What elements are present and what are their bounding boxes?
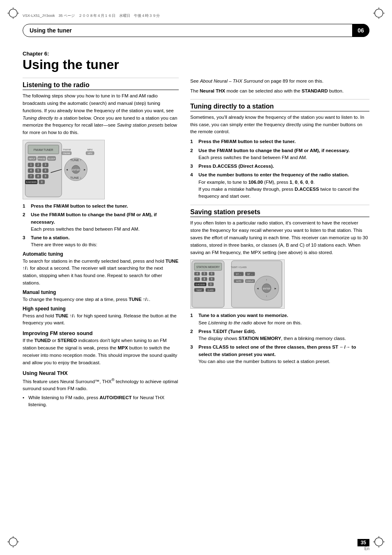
- two-column-layout: Listening to the radio The following ste…: [23, 78, 369, 409]
- svg-text:FM/AM: FM/AM: [63, 148, 71, 151]
- tuning-step-1: 1 Press the FM/AM button to select the t…: [190, 138, 369, 145]
- svg-text:9: 9: [45, 175, 46, 178]
- tuning-step-3: 3 Press D.ACCESS (Direct Access).: [190, 163, 369, 170]
- step-3-text: Tune to a station.There are three ways t…: [31, 234, 97, 249]
- svg-text:◄: ◄: [256, 287, 259, 290]
- neural-thx-heading: Using Neural THX: [23, 370, 179, 376]
- neural-thx-bullet: • While listening to FM radio, press AUT…: [23, 394, 179, 409]
- svg-text:ST ←: ST ←: [236, 273, 242, 275]
- step-1-num: 1: [23, 203, 29, 210]
- neural-thx-standard: The Neural THX mode can be selected also…: [190, 88, 369, 95]
- auto-tuning-text: To search for stations in the currently …: [23, 258, 179, 287]
- tuning-step-2: 2 Use the FM/AM button to change the ban…: [190, 147, 369, 162]
- step-3-num: 3: [23, 234, 29, 249]
- svg-text:5: 5: [204, 273, 205, 275]
- svg-text:FM/AM: FM/AM: [63, 152, 70, 155]
- saving-step-2-text: Press T.EDIT (Tuner Edit).The display sh…: [198, 328, 346, 342]
- corner-mark-bl: [7, 536, 19, 548]
- svg-text:0: 0: [41, 180, 43, 183]
- neural-thx-text: This feature uses Neural Surround™, THX®…: [23, 377, 179, 393]
- chapter-label: Chapter 6:: [23, 51, 369, 57]
- svg-text:AUTO: AUTO: [236, 280, 242, 282]
- tuning-step-4-num: 4: [190, 171, 197, 200]
- remote-control-image-left: FM/AM TUNER INPUT PHASE SLEEP 1 2 3: [23, 140, 105, 199]
- svg-text:◄: ◄: [65, 168, 68, 171]
- svg-point-5: [375, 9, 383, 17]
- svg-text:9: 9: [211, 278, 212, 280]
- svg-text:8: 8: [37, 175, 39, 178]
- svg-text:1: 1: [30, 163, 32, 166]
- tuning-directly-heading: Tuning directly to a station: [190, 103, 369, 111]
- remote-control-image-right: STATION MEMORY 4 5 6 7 8 9 D.ACCESS 0 T.…: [190, 259, 285, 309]
- svg-text:TUNE ↓: TUNE ↓: [70, 176, 82, 180]
- svg-text:►: ►: [83, 168, 86, 171]
- header-bar: Using the tuner: [23, 24, 369, 37]
- fm-stereo-text: If the TUNED or STEREO indicators don't …: [23, 337, 179, 366]
- svg-text:ST →: ST →: [247, 273, 253, 275]
- svg-text:4: 4: [30, 169, 32, 172]
- svg-text:8: 8: [204, 278, 205, 280]
- header-title: Using the tuner: [30, 27, 72, 34]
- tuning-step-1-num: 1: [190, 138, 197, 145]
- right-column: See About Neural – THX Surround on page …: [190, 78, 369, 409]
- saving-heading: Saving station presets: [190, 208, 369, 217]
- svg-text:6: 6: [45, 169, 46, 172]
- fm-stereo-heading: Improving FM stereo sound: [23, 330, 179, 336]
- svg-text:6: 6: [211, 273, 212, 275]
- svg-text:INPUT: INPUT: [29, 157, 36, 160]
- svg-text:3: 3: [45, 163, 46, 166]
- svg-text:STATION MEMORY: STATION MEMORY: [196, 266, 220, 268]
- tuning-step-3-text: Press D.ACCESS (Direct Access).: [198, 163, 274, 170]
- chapter-title: Using the tuner: [23, 58, 369, 72]
- page-number-area: 35 En: [357, 539, 369, 551]
- svg-point-10: [9, 538, 17, 546]
- corner-mark-br: [373, 536, 385, 548]
- saving-intro: If you often listen to a particular radi…: [190, 220, 369, 256]
- saving-step-3-num: 3: [190, 344, 197, 365]
- saving-step-2-num: 2: [190, 328, 197, 342]
- step-2-num: 2: [23, 211, 29, 233]
- svg-text:5: 5: [37, 169, 39, 172]
- high-speed-text: Press and hold TUNE ↑/↓ for high speed t…: [23, 312, 179, 327]
- svg-text:7: 7: [30, 175, 32, 178]
- step-2-text: Use the FM/AM button to change the band …: [31, 211, 179, 233]
- svg-text:D.ACCESS: D.ACCESS: [196, 284, 205, 286]
- tuning-step-1-text: Press the FM/AM button to select the tun…: [198, 138, 295, 145]
- manual-tuning-text: To change the frequency one step at a ti…: [23, 296, 179, 303]
- svg-text:►: ►: [274, 287, 277, 290]
- high-speed-heading: High speed tuning: [23, 306, 179, 312]
- listening-intro: The following steps show you how to tune…: [23, 92, 179, 136]
- page-number: 35: [357, 539, 369, 546]
- svg-text:CLASS: CLASS: [208, 289, 214, 291]
- tuning-step-2-num: 2: [190, 147, 197, 162]
- tuning-step-4: 4 Use the number buttons to enter the fr…: [190, 171, 369, 200]
- svg-text:0: 0: [210, 283, 212, 286]
- svg-text:↑: ↑: [266, 278, 267, 281]
- corner-mark-tr: [373, 7, 385, 19]
- svg-text:↓: ↓: [266, 295, 267, 298]
- tuning-step-4-text: Use the number buttons to enter the freq…: [198, 171, 369, 200]
- svg-point-15: [375, 538, 383, 546]
- svg-text:ENTER: ENTER: [72, 169, 80, 171]
- svg-text:PHASE: PHASE: [38, 157, 46, 160]
- saving-step-1-num: 1: [190, 312, 197, 326]
- svg-text:DISPLAY: DISPLAY: [246, 280, 254, 282]
- tuning-step-3-num: 3: [190, 163, 197, 170]
- step-1: 1 Press the FM/AM button to select the t…: [23, 203, 179, 210]
- page-lang: En: [357, 546, 369, 551]
- tuning-step-2-text: Use the FM/AM button to change the band …: [198, 147, 350, 162]
- saving-step-1: 1 Tune to a station you want to memorize…: [190, 312, 369, 326]
- chapter-badge: 06: [352, 24, 369, 37]
- bullet-dot: •: [23, 394, 28, 409]
- tuning-directly-intro: Sometimes, you'll already know the frequ…: [190, 114, 369, 136]
- neural-thx-bullet-text: While listening to FM radio, press AUTO/…: [28, 394, 179, 409]
- listening-heading: Listening to the radio: [23, 81, 179, 90]
- step-2: 2 Use the FM/AM button to change the ban…: [23, 211, 179, 233]
- step-3: 3 Tune to a station.There are three ways…: [23, 234, 179, 249]
- saving-step-3: 3 Press CLASS to select one of the three…: [190, 344, 369, 365]
- saving-step-3-text: Press CLASS to select one of the three c…: [198, 344, 369, 365]
- file-info: VSX-LX51_JY.book 35 ページ ２００８年４月１６日 水曜日 午…: [23, 13, 160, 18]
- svg-text:7: 7: [196, 278, 198, 280]
- svg-point-0: [9, 9, 17, 17]
- svg-text:FM/AM TUNER: FM/AM TUNER: [34, 148, 53, 151]
